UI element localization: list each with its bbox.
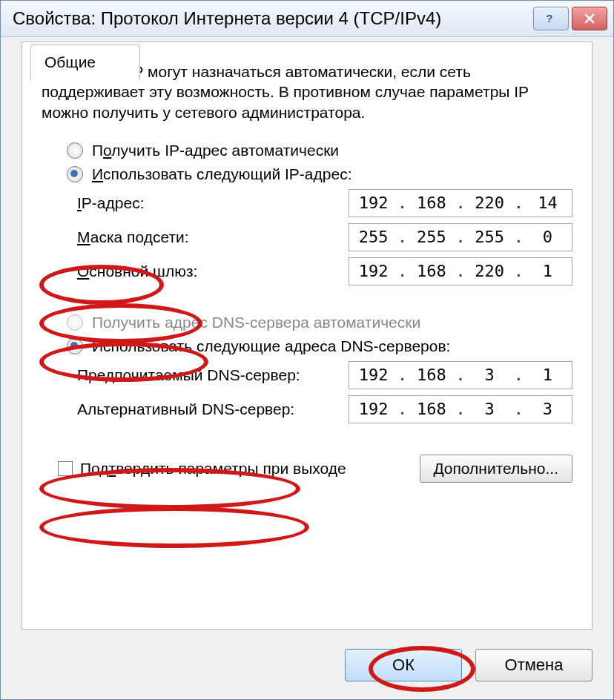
checkbox-label: Подтвердить параметры при выходе [80, 460, 346, 478]
preferred-dns-input[interactable]: 192. 168. 3. 1 [349, 361, 572, 389]
dialog-buttons: ОК Отмена [22, 649, 592, 681]
help-button[interactable]: ? [533, 7, 569, 30]
radio-icon [67, 338, 83, 354]
subnet-mask-label: Маска подсети: [77, 228, 189, 246]
checkbox-icon [58, 461, 73, 476]
radio-ip-manual[interactable]: Использовать следующий IP-адрес: [42, 165, 572, 183]
row-default-gateway: Основной шлюз: 192. 168. 220. 1 [42, 257, 572, 285]
radio-dns-manual[interactable]: Использовать следующие адреса DNS-сервер… [42, 337, 572, 355]
ip-address-input[interactable]: 192. 168. 220. 14 [349, 189, 572, 217]
close-icon [582, 11, 597, 26]
row-bottom: Подтвердить параметры при выходе Дополни… [42, 455, 572, 483]
radio-dns-auto: Получить адрес DNS-сервера автоматически [42, 314, 572, 331]
cancel-button[interactable]: Отмена [475, 649, 592, 681]
properties-dialog: Свойства: Протокол Интернета версии 4 (T… [0, 0, 614, 700]
radio-icon [67, 314, 83, 331]
row-subnet-mask: Маска подсети: 255. 255. 255. 0 [42, 223, 572, 251]
confirm-on-exit-checkbox[interactable]: Подтвердить параметры при выходе [42, 460, 346, 478]
svg-text:?: ? [546, 12, 552, 24]
radio-ip-auto[interactable]: Получить IP-адрес автоматически [42, 142, 572, 159]
help-icon: ? [544, 11, 558, 26]
close-button[interactable] [572, 7, 607, 30]
tab-label: Общие [44, 53, 96, 71]
row-alternate-dns: Альтернативный DNS-сервер: 192. 168. 3. … [42, 395, 572, 423]
alternate-dns-input[interactable]: 192. 168. 3. 3 [349, 395, 572, 423]
radio-label: Получить адрес DNS-сервера автоматически [92, 314, 420, 331]
row-preferred-dns: Предпочитаемый DNS-сервер: 192. 168. 3. … [42, 361, 572, 389]
tab-panel-general: Параметры IP могут назначаться автоматич… [22, 42, 592, 630]
radio-icon [67, 142, 83, 159]
default-gateway-input[interactable]: 192. 168. 220. 1 [349, 257, 572, 285]
alternate-dns-label: Альтернативный DNS-сервер: [77, 400, 294, 418]
row-ip-address: IP-адрес: 192. 168. 220. 14 [42, 189, 572, 217]
ip-address-label: IP-адрес: [77, 194, 144, 212]
preferred-dns-label: Предпочитаемый DNS-сервер: [77, 366, 300, 384]
radio-label: Получить IP-адрес автоматически [92, 142, 339, 159]
radio-icon [67, 166, 83, 182]
radio-label: Использовать следующие адреса DNS-сервер… [92, 337, 450, 355]
tab-general[interactable]: Общие [30, 44, 140, 80]
radio-label: Использовать следующий IP-адрес: [92, 165, 352, 183]
ok-button[interactable]: ОК [345, 649, 462, 681]
subnet-mask-input[interactable]: 255. 255. 255. 0 [349, 223, 572, 251]
window-title: Свойства: Протокол Интернета версии 4 (T… [7, 8, 530, 29]
advanced-button[interactable]: Дополнительно... [420, 455, 572, 483]
titlebar: Свойства: Протокол Интернета версии 4 (T… [1, 1, 613, 37]
default-gateway-label: Основной шлюз: [77, 262, 197, 280]
